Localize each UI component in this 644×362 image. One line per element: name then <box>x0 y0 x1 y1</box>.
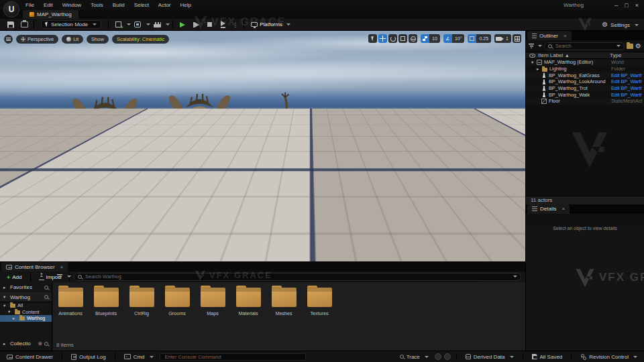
edit-blueprint-link[interactable]: Edit BP_Warth <box>611 92 642 98</box>
collections-section[interactable]: ▸ Collectio ⊕ <box>0 339 52 349</box>
search-icon[interactable] <box>44 295 48 299</box>
trace-dropdown[interactable]: Trace <box>396 353 432 361</box>
column-item-label[interactable]: Item Label <box>538 52 563 58</box>
tab-content-browser[interactable]: Content Browser × <box>1 262 68 272</box>
save-button[interactable] <box>7 21 15 29</box>
select-tool-button[interactable] <box>368 34 377 43</box>
menu-help[interactable]: Help <box>180 2 191 8</box>
asset-search-input[interactable] <box>74 273 521 281</box>
tree-item-warthog[interactable]: ▸ Warthog <box>0 315 52 322</box>
platforms-dropdown[interactable]: Platforms <box>247 20 294 29</box>
world-space-button[interactable] <box>409 34 417 43</box>
asset-search-field[interactable] <box>84 273 509 280</box>
play-button[interactable] <box>178 21 186 29</box>
content-drawer-button[interactable]: Content Drawer <box>3 353 56 361</box>
outliner-row-trot[interactable]: BP_Warthog_Trot Edit BP_Warth <box>526 85 644 92</box>
folder-textures[interactable]: Textures <box>305 288 334 316</box>
output-log-button[interactable]: Output Log <box>68 353 109 361</box>
eye-icon[interactable] <box>529 54 535 58</box>
grid-snap-value[interactable]: 10 <box>429 34 440 43</box>
tree-item-content[interactable]: ▾ Content <box>0 309 52 316</box>
rotation-snap-value[interactable]: 10° <box>452 34 465 43</box>
menu-select[interactable]: Select <box>134 2 149 8</box>
outliner-row-lighting[interactable]: ▸ Lighting Folder <box>526 66 644 72</box>
sources-section-header[interactable]: ▾ Warthog <box>0 292 52 302</box>
warthog-actor-3[interactable] <box>231 93 295 204</box>
browse-button[interactable] <box>20 21 28 29</box>
folder-materials[interactable]: Materials <box>233 288 263 316</box>
profiler-icon[interactable] <box>444 353 451 360</box>
expander-icon[interactable]: ▸ <box>537 66 541 72</box>
revision-control-dropdown[interactable]: Revision Control <box>577 353 641 361</box>
search-icon[interactable] <box>44 286 48 290</box>
add-button[interactable]: + Add <box>3 273 26 282</box>
eject-button[interactable] <box>219 21 227 29</box>
favorites-section[interactable]: ▸ Favorites <box>0 282 52 292</box>
edit-blueprint-link[interactable]: Edit BP_Warth <box>611 85 642 91</box>
expander-icon[interactable]: ▾ <box>3 294 8 300</box>
new-folder-icon[interactable] <box>627 44 633 49</box>
cmd-dropdown[interactable]: >_ Cmd <box>121 353 157 361</box>
rotate-tool-button[interactable] <box>388 34 397 43</box>
close-icon[interactable]: × <box>60 264 64 270</box>
rotation-snap-button[interactable]: ∠ <box>443 34 452 43</box>
folder-blueprints[interactable]: Blueprints <box>91 288 121 316</box>
outliner-row-floor[interactable]: Floor StaticMeshAct <box>526 98 644 105</box>
perspective-dropdown[interactable]: Perspective <box>16 35 58 44</box>
outliner-row-eatgrass[interactable]: BP_Warthog_EatGrass Edit BP_Warth <box>526 72 644 78</box>
scale-snap-value[interactable]: 0.25 <box>476 34 491 43</box>
menu-edit[interactable]: Edit <box>44 2 53 8</box>
scale-snap-button[interactable] <box>468 34 476 43</box>
camera-speed-button[interactable] <box>494 34 503 43</box>
move-tool-button[interactable] <box>378 34 387 43</box>
menu-tools[interactable]: Tools <box>91 2 103 8</box>
tab-map-warthog[interactable]: MAP_Warthog <box>23 10 78 19</box>
maximize-button[interactable]: □ <box>625 2 628 9</box>
warthog-actor-1[interactable] <box>64 87 146 225</box>
expander-icon[interactable]: ▸ <box>3 341 8 347</box>
close-icon[interactable]: × <box>564 33 567 39</box>
play-options-button[interactable]: ⋮ <box>232 21 238 28</box>
warthog-actor-4[interactable] <box>298 106 376 203</box>
filter-icon[interactable] <box>529 44 534 48</box>
camera-speed-value[interactable]: 1 <box>503 34 511 43</box>
console-command-input[interactable] <box>160 353 306 361</box>
level-viewport[interactable]: Perspective Lit Show Scalability: Cinema… <box>0 31 525 261</box>
tab-outliner[interactable]: Outliner × <box>527 31 572 40</box>
close-button[interactable]: × <box>635 2 639 9</box>
minimize-button[interactable]: – <box>614 2 618 9</box>
edit-blueprint-link[interactable]: Edit BP_Warth <box>611 72 642 78</box>
menu-actor[interactable]: Actor <box>158 2 171 8</box>
grid-snap-button[interactable] <box>421 34 429 43</box>
folder-animations[interactable]: Animations <box>56 288 85 316</box>
cinematics-button[interactable] <box>153 21 161 29</box>
column-type[interactable]: Type <box>610 52 641 58</box>
menu-window[interactable]: Window <box>62 2 81 8</box>
outliner-search-input[interactable] <box>544 42 625 50</box>
expander-icon[interactable]: ▸ <box>3 285 8 290</box>
tree-item-all[interactable]: ▾ All <box>0 302 52 309</box>
unreal-logo-icon[interactable]: U <box>3 1 19 17</box>
expander-icon[interactable]: ▾ <box>531 60 536 65</box>
outliner-row-level[interactable]: ▾ MAP_Warthog (Editor) World <box>526 59 644 66</box>
selection-mode-dropdown[interactable]: Selection Mode <box>41 20 101 29</box>
search-icon[interactable] <box>44 342 48 346</box>
menu-build[interactable]: Build <box>113 2 125 8</box>
folder-ctrlrig[interactable]: CtrlRig <box>127 288 156 316</box>
scalability-warning[interactable]: Scalability: Cinematic <box>112 35 169 44</box>
insights-icon[interactable] <box>435 353 441 360</box>
folder-maps[interactable]: Maps <box>198 288 227 316</box>
add-collection-icon[interactable]: ⊕ <box>38 341 42 347</box>
folder-grooms[interactable]: Grooms <box>162 288 192 316</box>
blueprints-button[interactable] <box>133 21 142 29</box>
scale-tool-button[interactable] <box>398 34 407 43</box>
tab-details[interactable]: Details × <box>527 204 570 214</box>
settings-dropdown[interactable]: ⚙ Settings <box>602 19 639 31</box>
outliner-search-field[interactable] <box>554 42 612 50</box>
add-actor-button[interactable] <box>114 21 122 29</box>
show-dropdown[interactable]: Show <box>87 35 109 44</box>
all-saved-button[interactable]: All Saved <box>529 353 566 361</box>
outliner-row-lookaround[interactable]: BP_Warthog_LookAround Edit BP_Warth <box>526 78 644 85</box>
edit-blueprint-link[interactable]: Edit BP_Warth <box>611 78 642 84</box>
close-icon[interactable]: × <box>561 206 565 212</box>
